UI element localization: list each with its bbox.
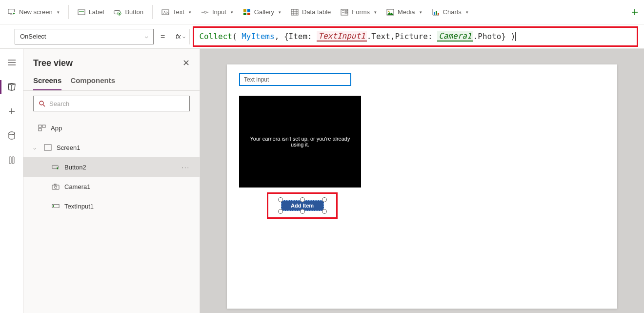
svg-rect-16 bbox=[243, 13, 246, 15]
svg-rect-32 bbox=[434, 12, 435, 15]
tree-item-camera1[interactable]: Camera1 bbox=[23, 177, 200, 196]
input-icon bbox=[201, 8, 209, 16]
tree-search-input[interactable]: Search bbox=[33, 96, 190, 111]
charts-icon bbox=[432, 8, 440, 16]
table-icon bbox=[291, 8, 299, 16]
resize-handle[interactable] bbox=[278, 197, 283, 202]
canvas-screen1[interactable]: Text input Your camera isn't set up, or … bbox=[227, 64, 617, 309]
t-item-label: Screen1 bbox=[57, 144, 80, 151]
gallery-icon bbox=[243, 8, 251, 16]
input-dropdown[interactable]: Input ▾ bbox=[197, 5, 237, 19]
svg-rect-27 bbox=[345, 12, 347, 13]
fx-text: fx bbox=[176, 33, 181, 40]
svg-line-46 bbox=[43, 104, 45, 106]
ribbon: New screen ▾ Label Button Abc Text ▾ Inp… bbox=[0, 0, 644, 24]
charts-label: Charts bbox=[443, 8, 462, 16]
svg-rect-5 bbox=[78, 10, 85, 15]
fx-button[interactable]: fx ⌵ bbox=[172, 29, 190, 44]
svg-rect-47 bbox=[39, 125, 41, 127]
screen-icon bbox=[8, 8, 16, 16]
property-selector[interactable]: OnSelect ⌵ bbox=[15, 29, 154, 44]
rail-tools[interactable] bbox=[4, 152, 20, 168]
gallery-label: Gallery bbox=[254, 8, 274, 16]
tree-item-app[interactable]: App bbox=[23, 118, 200, 138]
gallery-dropdown[interactable]: Gallery ▾ bbox=[239, 5, 285, 19]
label-icon bbox=[78, 8, 85, 16]
camera-message: Your camera isn't set up, or you're alre… bbox=[244, 136, 356, 147]
svg-point-45 bbox=[40, 101, 43, 105]
svg-point-42 bbox=[9, 132, 15, 135]
tree-item-label: Button2 bbox=[64, 164, 86, 171]
chevron-down-icon: ▾ bbox=[466, 10, 468, 15]
search-icon bbox=[39, 100, 45, 107]
formula-token-textinput1: TextInput1 bbox=[317, 31, 366, 42]
forms-icon bbox=[341, 8, 348, 16]
new-screen-button[interactable]: New screen ▾ bbox=[4, 5, 63, 19]
canvas-camera[interactable]: Your camera isn't set up, or you're alre… bbox=[239, 96, 361, 188]
highlight-box: Add Item bbox=[267, 192, 338, 219]
svg-point-29 bbox=[388, 10, 390, 12]
button-insert-button[interactable]: Button bbox=[110, 5, 147, 19]
media-dropdown[interactable]: Media ▾ bbox=[382, 5, 425, 19]
chevron-down-icon: ⌵ bbox=[33, 145, 39, 150]
tab-screens[interactable]: Screens bbox=[33, 73, 61, 90]
text-dropdown[interactable]: Abc Text ▾ bbox=[158, 5, 195, 19]
svg-rect-53 bbox=[54, 184, 56, 185]
chevron-down-icon: ▾ bbox=[420, 10, 422, 15]
formula-token-camera1: Camera1 bbox=[437, 31, 473, 42]
new-screen-label: New screen bbox=[19, 8, 53, 16]
svg-point-12 bbox=[204, 11, 206, 13]
tree-item-button2[interactable]: Button2 ··· bbox=[23, 157, 200, 177]
close-panel-button[interactable]: ✕ bbox=[182, 58, 190, 68]
resize-handle[interactable] bbox=[278, 209, 283, 214]
svg-rect-14 bbox=[243, 9, 246, 12]
forms-label: Forms bbox=[352, 8, 370, 16]
tree-item-label: App bbox=[51, 125, 62, 132]
svg-text:Abc: Abc bbox=[163, 11, 169, 14]
canvas-text-input[interactable]: Text input bbox=[239, 73, 351, 86]
resize-handle[interactable] bbox=[322, 197, 327, 202]
label-button[interactable]: Label bbox=[74, 5, 108, 19]
chevron-down-icon: ▾ bbox=[279, 10, 281, 15]
text-icon: Abc bbox=[161, 8, 169, 16]
more-button[interactable]: ··· bbox=[181, 164, 190, 171]
tab-components[interactable]: Components bbox=[70, 73, 115, 90]
resize-handle[interactable] bbox=[300, 209, 305, 214]
charts-dropdown[interactable]: Charts ▾ bbox=[428, 5, 472, 19]
svg-rect-15 bbox=[247, 9, 250, 12]
textinput-icon bbox=[52, 202, 60, 210]
chevron-down-icon: ▾ bbox=[231, 10, 233, 15]
svg-point-54 bbox=[55, 186, 57, 188]
selected-control[interactable]: Add Item bbox=[281, 200, 324, 211]
tree-view-title: Tree view bbox=[33, 58, 73, 68]
chevron-down-icon: ▾ bbox=[57, 10, 60, 15]
input-label: Input bbox=[212, 8, 226, 16]
tree-item-textinput1[interactable]: TextInput1 bbox=[23, 196, 200, 216]
tree-item-label: TextInput1 bbox=[64, 203, 94, 210]
tree-item-screen1[interactable]: ⌵ Screen1 bbox=[23, 138, 200, 157]
formula-input[interactable]: Collect( MyItems, { Item: TextInput1.Tex… bbox=[193, 26, 638, 47]
forms-dropdown[interactable]: Forms ▾ bbox=[337, 5, 381, 19]
rail-tree-view[interactable] bbox=[4, 79, 20, 95]
svg-rect-44 bbox=[12, 157, 14, 164]
label-text: Label bbox=[89, 8, 104, 16]
left-rail bbox=[0, 49, 23, 313]
data-table-button[interactable]: Data table bbox=[287, 5, 335, 19]
rail-insert[interactable] bbox=[4, 104, 20, 119]
add-icon[interactable] bbox=[631, 9, 640, 16]
equals-sign: = bbox=[159, 32, 167, 41]
svg-rect-18 bbox=[291, 9, 298, 15]
resize-handle[interactable] bbox=[322, 209, 327, 214]
rail-hamburger[interactable] bbox=[4, 55, 20, 70]
media-icon bbox=[386, 8, 394, 16]
tree-list: App ⌵ Screen1 Button2 ··· Camera1 TextIn… bbox=[23, 116, 200, 313]
chevron-down-icon: ▾ bbox=[189, 10, 191, 15]
resize-handle[interactable] bbox=[300, 197, 305, 202]
chevron-down-icon: ▾ bbox=[374, 10, 377, 15]
svg-rect-50 bbox=[44, 145, 51, 150]
button-text: Button bbox=[125, 8, 143, 16]
property-selector-value: OnSelect bbox=[20, 33, 46, 40]
tree-view-panel: Tree view ✕ Screens Components Search Ap… bbox=[23, 49, 200, 313]
rail-data[interactable] bbox=[4, 128, 20, 144]
svg-rect-43 bbox=[9, 157, 11, 164]
